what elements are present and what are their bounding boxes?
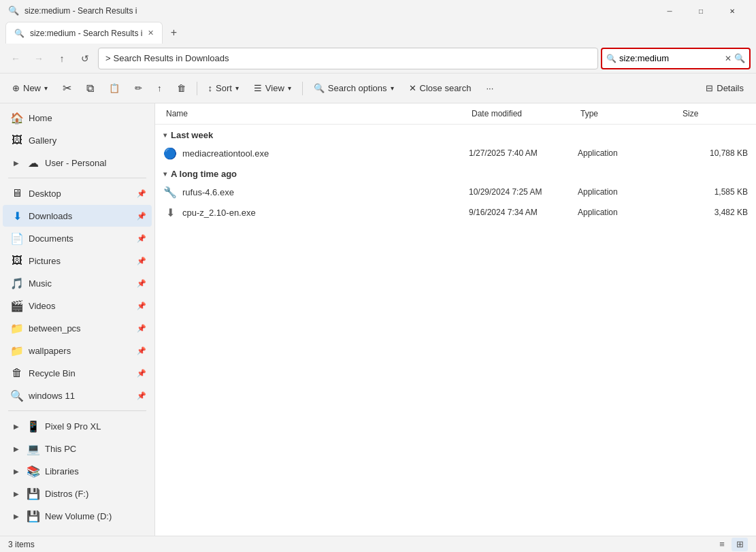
list-view-button[interactable]: ≡ xyxy=(714,538,730,551)
tab-active[interactable]: 🔍 size:medium - Search Results i ✕ xyxy=(5,22,163,44)
search-options-label: Search options xyxy=(328,83,387,93)
file-row[interactable]: ⬇ cpu-z_2.10-en.exe 9/16/2024 7:34 AM Ap… xyxy=(155,202,756,223)
maximize-button[interactable]: □ xyxy=(685,0,717,22)
sidebar-item-label: Libraries xyxy=(45,466,79,476)
sidebar-divider xyxy=(8,178,146,178)
sidebar-item-gallery[interactable]: 🖼 Gallery xyxy=(3,129,152,151)
folder-icon: 📁 xyxy=(11,344,23,357)
expand-icon[interactable]: ▶ xyxy=(11,466,22,476)
pictures-icon: 🖼 xyxy=(11,255,23,267)
sidebar-item-libraries[interactable]: ▶ 📚 Libraries xyxy=(3,460,152,482)
new-button[interactable]: ⊕ New ▾ xyxy=(5,78,54,99)
breadcrumb-separator: > xyxy=(105,53,111,63)
view-button[interactable]: ☰ View ▾ xyxy=(247,78,298,99)
rename-button[interactable]: ✏ xyxy=(128,78,149,99)
sort-icon: ↕ xyxy=(208,83,213,93)
group-last-week[interactable]: ▾ Last week xyxy=(155,125,756,143)
sidebar-item-downloads[interactable]: ⬇ Downloads 📌 xyxy=(3,205,152,227)
documents-icon: 📄 xyxy=(11,232,23,244)
sidebar-item-distros[interactable]: ▶ 💾 Distros (F:) xyxy=(3,483,152,504)
search-options-chevron-icon: ▾ xyxy=(391,84,394,92)
sidebar-item-label: Videos xyxy=(29,301,56,311)
minimize-button[interactable]: ─ xyxy=(654,0,685,22)
search-go-button[interactable]: 🔍 xyxy=(734,53,745,63)
more-icon: ··· xyxy=(486,83,493,93)
search-options-button[interactable]: 🔍 Search options ▾ xyxy=(307,78,401,99)
sidebar-item-pictures[interactable]: 🖼 Pictures 📌 xyxy=(3,250,152,272)
sidebar-item-newvolume[interactable]: ▶ 💾 New Volume (D:) xyxy=(3,505,152,527)
libraries-icon: 📚 xyxy=(27,465,39,477)
sidebar-item-desktop[interactable]: 🖥 Desktop 📌 xyxy=(3,182,152,204)
delete-button[interactable]: 🗑 xyxy=(170,78,193,99)
paste-button[interactable]: 📋 xyxy=(102,78,127,99)
sidebar-item-pixel9pro[interactable]: ▶ 📱 Pixel 9 Pro XL xyxy=(3,415,152,437)
refresh-button[interactable]: ↺ xyxy=(75,48,95,69)
close-search-button[interactable]: ✕ Close search xyxy=(402,78,478,99)
expand-icon[interactable]: ▶ xyxy=(11,157,22,168)
sidebar-item-thispc[interactable]: ▶ 💻 This PC xyxy=(3,438,152,459)
file-date-cell: 10/29/2024 7:25 AM xyxy=(469,187,578,197)
main-area: 🏠 Home 🖼 Gallery ▶ ☁ User - Personal 🖥 D… xyxy=(0,103,756,536)
sidebar-item-between-pcs[interactable]: 📁 between_pcs 📌 xyxy=(3,317,152,339)
share-button[interactable]: ↑ xyxy=(150,78,169,99)
close-button[interactable]: ✕ xyxy=(717,0,748,22)
tab-close-button[interactable]: ✕ xyxy=(148,29,154,37)
sidebar-item-music[interactable]: 🎵 Music 📌 xyxy=(3,272,152,294)
sort-button[interactable]: ↕ Sort ▾ xyxy=(201,78,246,99)
expand-icon[interactable]: ▶ xyxy=(11,488,22,499)
sidebar-item-label: This PC xyxy=(45,444,76,454)
back-button[interactable]: ← xyxy=(5,48,26,69)
file-name-cell: 🔧 rufus-4.6.exe xyxy=(163,185,469,199)
expand-icon[interactable]: ▶ xyxy=(11,443,22,454)
up-button[interactable]: ↑ xyxy=(52,48,72,69)
file-type-cell: Application xyxy=(578,187,680,197)
close-search-icon: ✕ xyxy=(409,83,416,93)
search-box[interactable]: 🔍 ✕ 🔍 xyxy=(601,48,751,69)
status-count: 3 items xyxy=(8,540,35,549)
expand-icon[interactable]: ▶ xyxy=(11,421,22,432)
music-icon: 🎵 xyxy=(11,277,23,289)
sidebar-item-label: Home xyxy=(29,113,52,123)
delete-icon: 🗑 xyxy=(177,83,186,93)
pin-icon: 📌 xyxy=(137,257,146,265)
sort-chevron-icon: ▾ xyxy=(235,84,239,92)
search-options-icon: 🔍 xyxy=(314,83,325,93)
search-input[interactable] xyxy=(619,53,722,63)
sidebar-item-user-personal[interactable]: ▶ ☁ User - Personal xyxy=(3,152,152,174)
sidebar-item-documents[interactable]: 📄 Documents 📌 xyxy=(3,227,152,249)
address-bar: ← → ↑ ↺ > Search Results in Downloads 🔍 … xyxy=(0,44,756,74)
details-pane-button[interactable]: ⊟ Details xyxy=(699,78,751,99)
sidebar-item-label: Downloads xyxy=(29,211,72,221)
sidebar-item-wallpapers[interactable]: 📁 wallpapers 📌 xyxy=(3,340,152,361)
search-clear-button[interactable]: ✕ xyxy=(725,54,732,63)
sidebar-item-windows11[interactable]: 🔍 windows 11 📌 xyxy=(3,385,152,406)
expand-icon[interactable]: ▶ xyxy=(11,510,22,521)
file-date-cell: 1/27/2025 7:40 AM xyxy=(469,148,578,158)
sidebar-item-label: Distros (F:) xyxy=(45,489,88,499)
sidebar-item-home[interactable]: 🏠 Home xyxy=(3,107,152,129)
toolbar: ⊕ New ▾ ✂ ⧉ 📋 ✏ ↑ 🗑 ↕ Sort ▾ ☰ View ▾ 🔍 … xyxy=(0,74,756,103)
forward-button[interactable]: → xyxy=(29,48,49,69)
copy-button[interactable]: ⧉ xyxy=(80,78,101,99)
address-path[interactable]: > Search Results in Downloads xyxy=(98,48,598,69)
file-row[interactable]: 🔧 rufus-4.6.exe 10/29/2024 7:25 AM Appli… xyxy=(155,182,756,202)
col-size[interactable]: Size xyxy=(680,108,748,120)
group-label: A long time ago xyxy=(171,169,237,179)
more-options-button[interactable]: ··· xyxy=(479,78,500,99)
group-long-time-ago[interactable]: ▾ A long time ago xyxy=(155,163,756,182)
sidebar-item-label: windows 11 xyxy=(29,391,75,401)
rename-icon: ✏ xyxy=(135,83,142,93)
file-row[interactable]: 🔵 mediacreationtool.exe 1/27/2025 7:40 A… xyxy=(155,143,756,163)
sidebar-item-videos[interactable]: 🎬 Videos 📌 xyxy=(3,295,152,316)
status-bar: 3 items ≡ ⊞ xyxy=(0,536,756,552)
title-bar: 🔍 size:medium - Search Results i ─ □ ✕ xyxy=(0,0,756,22)
col-date-modified[interactable]: Date modified xyxy=(469,108,578,120)
sidebar-item-recycle-bin[interactable]: 🗑 Recycle Bin 📌 xyxy=(3,362,152,384)
col-name[interactable]: Name xyxy=(163,108,469,120)
file-name-cell: ⬇ cpu-z_2.10-en.exe xyxy=(163,206,469,219)
col-type[interactable]: Type xyxy=(578,108,680,120)
pin-icon: 📌 xyxy=(137,302,146,310)
cut-button[interactable]: ✂ xyxy=(56,78,78,99)
new-tab-button[interactable]: + xyxy=(163,22,184,44)
details-view-button[interactable]: ⊞ xyxy=(732,538,748,551)
